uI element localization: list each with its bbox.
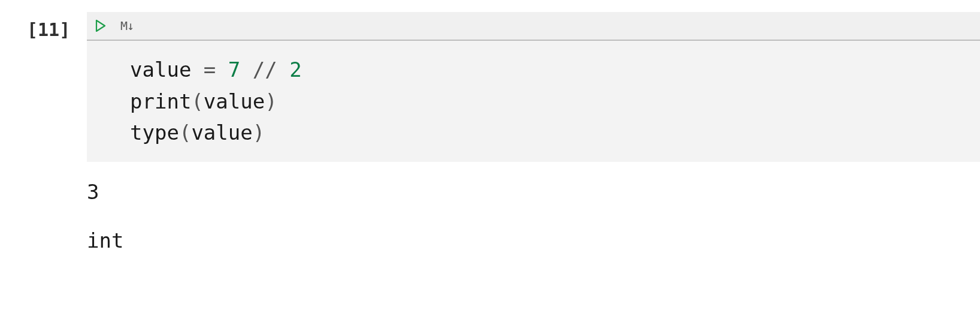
- cell-output: 3 int: [15, 162, 980, 256]
- code-token: (: [179, 121, 191, 145]
- cell-header-row: [11] M↓: [15, 12, 980, 41]
- code-token: ): [265, 89, 277, 113]
- output-gap: [87, 208, 980, 225]
- execution-count: [11]: [15, 12, 87, 40]
- code-token: //: [253, 58, 277, 82]
- code-token: value: [204, 89, 265, 113]
- code-token: value: [130, 58, 204, 82]
- code-input-row: value = 7 // 2 print(value) type(value): [15, 41, 980, 162]
- code-token: value: [191, 121, 252, 145]
- svg-marker-0: [96, 20, 105, 31]
- prompt-close: ]: [59, 19, 70, 40]
- run-cell-button[interactable]: [95, 20, 106, 32]
- prompt-number: 11: [38, 19, 59, 40]
- cell-toolbar: M↓: [87, 12, 980, 41]
- code-token: 7: [228, 58, 240, 82]
- code-token: 2: [289, 58, 301, 82]
- code-token: (: [191, 89, 203, 113]
- code-token: print: [130, 89, 191, 113]
- notebook-cell: [11] M↓ value = 7 // 2 print(value) type…: [0, 0, 980, 256]
- play-icon: [95, 20, 106, 32]
- code-token: type: [130, 121, 179, 145]
- code-token: [277, 58, 289, 82]
- result-line: int: [87, 228, 123, 252]
- code-gutter: [15, 41, 87, 162]
- markdown-toggle-button[interactable]: M↓: [120, 19, 134, 33]
- code-token: ): [253, 121, 265, 145]
- code-token: [216, 58, 228, 82]
- code-token: =: [204, 58, 216, 82]
- code-token: [240, 58, 252, 82]
- cell-area: [11] M↓ value = 7 // 2 print(value) type…: [15, 12, 980, 256]
- code-editor[interactable]: value = 7 // 2 print(value) type(value): [87, 41, 980, 162]
- stdout-line: 3: [87, 180, 99, 204]
- left-rail: [0, 12, 15, 256]
- prompt-open: [: [27, 19, 38, 40]
